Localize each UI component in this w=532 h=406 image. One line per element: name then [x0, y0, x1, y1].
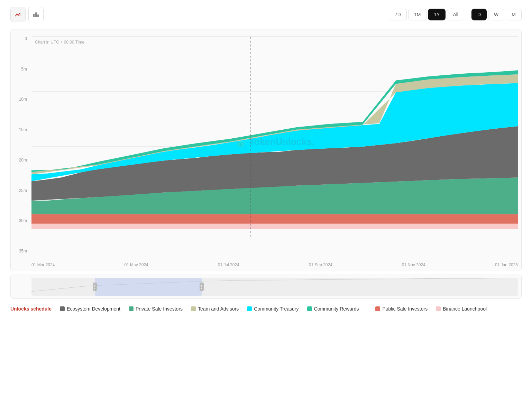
x-label-sep: 01 Sep 2024: [309, 262, 332, 267]
y-label-20m: 20m: [11, 158, 30, 163]
legend-public-sale: Public Sale Investors: [375, 306, 428, 312]
legend-team-color: [191, 306, 196, 311]
legend-treasury-label: Community Treasury: [254, 306, 299, 312]
time-7d[interactable]: 7D: [389, 9, 407, 20]
time-1m[interactable]: 1M: [408, 9, 426, 20]
legend-team-label: Team and Advisors: [198, 306, 239, 312]
toolbar-divider: [468, 10, 468, 19]
y-axis: 35m 30m 25m 20m 15m 10m 5m 0: [11, 36, 30, 253]
y-label-10m: 10m: [11, 97, 30, 102]
legend-ecosystem: Ecosystem Development: [60, 306, 120, 312]
x-label-may: 01 May 2024: [124, 262, 148, 267]
chart-line-button[interactable]: [10, 7, 26, 22]
legend-launchpool-label: Binance Launchpool: [443, 306, 487, 312]
legend-treasury: Community Treasury: [247, 306, 299, 312]
legend-private-sale: Private Sale Investors: [129, 306, 183, 312]
legend-ecosystem-label: Ecosystem Development: [67, 306, 120, 312]
svg-rect-1: [33, 14, 35, 17]
legend-team: Team and Advisors: [191, 306, 239, 312]
watermark: 🔒 TokenUnlocks.: [235, 136, 314, 147]
svg-rect-3: [37, 15, 39, 17]
x-label-jan: 01 Jan 2025: [495, 262, 518, 267]
range-grip-right[interactable]: [200, 283, 204, 291]
range-track: [31, 278, 518, 296]
legend-public-sale-color: [375, 306, 380, 311]
launchpool-area: [31, 224, 518, 229]
toolbar: 7D 1M 1Y All D W M: [10, 7, 522, 22]
y-label-30m: 30m: [11, 218, 30, 223]
legend-rewards-color: [307, 306, 312, 311]
time-1y[interactable]: 1Y: [428, 9, 446, 20]
x-label-mar: 01 Mar 2024: [31, 262, 55, 267]
y-label-25m: 25m: [11, 188, 30, 193]
legend-schedule-label: Unlocks schedule: [10, 306, 52, 312]
time-all[interactable]: All: [447, 9, 464, 20]
range-handle[interactable]: [95, 278, 202, 296]
y-label-5m: 5m: [11, 67, 30, 72]
svg-rect-2: [35, 12, 37, 17]
y-label-15m: 15m: [11, 127, 30, 132]
toolbar-right: 7D 1M 1Y All D W M: [389, 9, 522, 20]
main-container: 7D 1M 1Y All D W M Chart in UTC + 00:00 …: [0, 0, 532, 319]
interval-w[interactable]: W: [488, 9, 504, 20]
legend-public-sale-label: Public Sale Investors: [382, 306, 428, 312]
legend-ecosystem-color: [60, 306, 65, 311]
legend-rewards: Community Rewards: [307, 306, 359, 312]
legend-rewards-label: Community Rewards: [314, 306, 359, 312]
legend-launchpool-color: [436, 306, 441, 311]
toolbar-left: [10, 7, 44, 22]
legend-private-sale-label: Private Sale Investors: [136, 306, 183, 312]
public-sale-area: [31, 214, 518, 223]
legend-launchpool: Binance Launchpool: [436, 306, 487, 312]
chart-area: Chart in UTC + 00:00 Time 35m 30m 25m 20…: [10, 29, 522, 271]
interval-d[interactable]: D: [471, 9, 487, 20]
legend-treasury-color: [247, 306, 252, 311]
x-label-jul: 01 Jul 2024: [218, 262, 239, 267]
y-label-0: 0: [11, 36, 30, 41]
y-label-35m: 35m: [11, 249, 30, 253]
range-grip-left[interactable]: [93, 283, 97, 291]
interval-m[interactable]: M: [506, 9, 522, 20]
chart-bar-button[interactable]: [28, 7, 44, 22]
x-axis: 01 Mar 2024 01 May 2024 01 Jul 2024 01 S…: [31, 262, 518, 267]
x-label-nov: 01 Nov 2024: [402, 262, 425, 267]
legend-private-sale-color: [129, 306, 134, 311]
range-selector[interactable]: [10, 275, 522, 299]
chart-svg: 🔒 TokenUnlocks. Today: [31, 36, 518, 253]
legend: Unlocks schedule Ecosystem Development P…: [10, 306, 522, 312]
